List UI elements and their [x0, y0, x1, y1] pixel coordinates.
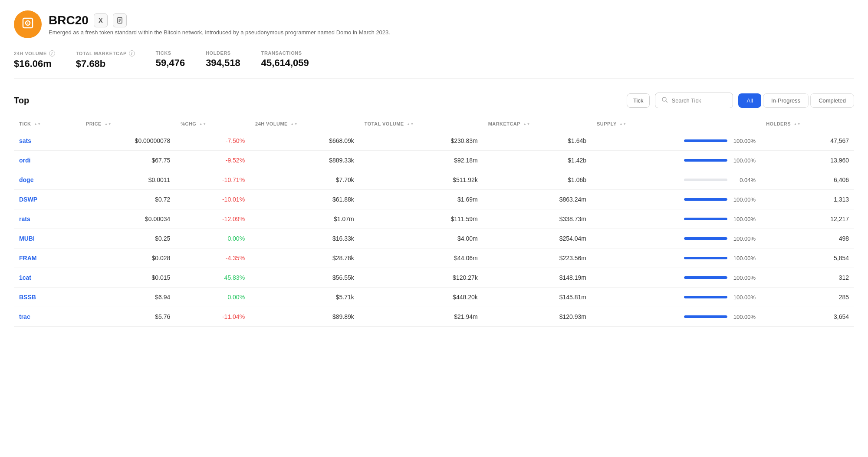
th-total-vol[interactable]: TOTAL VOLUME ▲▼	[359, 117, 483, 131]
chg-cell: -10.01%	[175, 190, 250, 209]
chg-cell: -10.71%	[175, 170, 250, 190]
stat-value: 59,476	[156, 57, 185, 69]
supply-cell: 100.00%	[592, 307, 761, 327]
vol24-cell: $889.33k	[250, 151, 359, 170]
search-box[interactable]	[655, 93, 733, 108]
stat-label: TRANSACTIONS	[261, 50, 309, 56]
supply-bar-wrap: 100.00%	[597, 294, 756, 301]
supply-pct: 100.00%	[732, 275, 756, 281]
total-vol-cell: $230.83m	[359, 131, 483, 151]
vol24-cell: $61.88k	[250, 190, 359, 209]
mcap-cell: $1.64b	[483, 131, 592, 151]
twitter-button[interactable]	[94, 13, 108, 27]
total-vol-cell: $4.00m	[359, 229, 483, 248]
vol24-cell: $16.33k	[250, 229, 359, 248]
supply-bar-wrap: 100.00%	[597, 275, 756, 281]
supply-cell: 100.00%	[592, 190, 761, 209]
info-icon: i	[49, 50, 55, 56]
tick-link[interactable]: trac	[19, 313, 30, 320]
th-chg[interactable]: %CHG ▲▼	[175, 117, 250, 131]
tick-link[interactable]: doge	[19, 176, 33, 183]
supply-bar-fill	[684, 296, 727, 298]
tick-cell[interactable]: DSWP	[14, 190, 81, 209]
supply-bar-bg	[684, 315, 727, 318]
info-icon: i	[129, 50, 135, 56]
tick-link[interactable]: FRAM	[19, 255, 36, 262]
vol24-cell: $1.07m	[250, 209, 359, 229]
supply-cell: 100.00%	[592, 229, 761, 248]
holders-cell: 5,854	[761, 248, 854, 268]
supply-bar-bg	[684, 139, 727, 142]
tick-cell[interactable]: FRAM	[14, 248, 81, 268]
tick-link[interactable]: 1cat	[19, 274, 31, 281]
filter-tab[interactable]: Completed	[810, 93, 854, 108]
chg-cell: 0.00%	[175, 288, 250, 307]
supply-pct: 100.00%	[732, 157, 756, 164]
th-marketcap[interactable]: MARKETCAP ▲▼	[483, 117, 592, 131]
tick-link[interactable]: sats	[19, 137, 31, 144]
supply-bar-fill	[684, 237, 727, 240]
table-row: 1cat $0.015 45.83% $56.55k $120.27k $148…	[14, 268, 854, 288]
header-title-row: BRC20	[49, 13, 854, 27]
tick-link[interactable]: rats	[19, 215, 30, 222]
supply-cell: 0.04%	[592, 170, 761, 190]
chg-cell: -11.04%	[175, 307, 250, 327]
chg-cell: 0.00%	[175, 229, 250, 248]
mcap-cell: $254.04m	[483, 229, 592, 248]
th-holders[interactable]: HOLDERS ▲▼	[761, 117, 854, 131]
tick-cell[interactable]: MUBI	[14, 229, 81, 248]
vol24-cell: $28.78k	[250, 248, 359, 268]
mcap-cell: $148.19m	[483, 268, 592, 288]
tick-link[interactable]: ordi	[19, 157, 30, 164]
table-row: BSSB $6.94 0.00% $5.71k $448.20k $145.81…	[14, 288, 854, 307]
holders-cell: 12,217	[761, 209, 854, 229]
supply-bar-fill	[684, 139, 727, 142]
tick-cell[interactable]: 1cat	[14, 268, 81, 288]
tick-cell[interactable]: rats	[14, 209, 81, 229]
page-wrapper: BRC20 Emerged as a fresh token standard …	[0, 0, 868, 337]
filter-tab[interactable]: In-Progress	[763, 93, 809, 108]
supply-bar-bg	[684, 276, 727, 279]
supply-bar-wrap: 100.00%	[597, 196, 756, 203]
holders-cell: 285	[761, 288, 854, 307]
table-row: ordi $67.75 -9.52% $889.33k $92.18m $1.4…	[14, 151, 854, 170]
tick-link[interactable]: MUBI	[19, 235, 35, 242]
holders-cell: 47,567	[761, 131, 854, 151]
stat-value: 394,518	[206, 57, 240, 69]
supply-pct: 0.04%	[732, 177, 756, 183]
th-supply[interactable]: SUPPLY ▲▼	[592, 117, 761, 131]
th-price[interactable]: PRICE ▲▼	[81, 117, 175, 131]
vol24-cell: $5.71k	[250, 288, 359, 307]
stat-item: TOTAL MARKETCAP i $7.68b	[76, 50, 135, 70]
stat-value: 45,614,059	[261, 57, 309, 69]
total-vol-cell: $111.59m	[359, 209, 483, 229]
table-row: rats $0.00034 -12.09% $1.07m $111.59m $3…	[14, 209, 854, 229]
th-vol24[interactable]: 24H VOLUME ▲▼	[250, 117, 359, 131]
search-input[interactable]	[671, 97, 723, 104]
filter-tab[interactable]: All	[738, 93, 761, 108]
tick-cell[interactable]: ordi	[14, 151, 81, 170]
chg-cell: -9.52%	[175, 151, 250, 170]
table-row: sats $0.00000078 -7.50% $668.09k $230.83…	[14, 131, 854, 151]
tick-cell[interactable]: sats	[14, 131, 81, 151]
table-row: DSWP $0.72 -10.01% $61.88k $1.69m $863.2…	[14, 190, 854, 209]
total-vol-cell: $92.18m	[359, 151, 483, 170]
stat-label: TICKS	[156, 50, 185, 56]
supply-bar-wrap: 100.00%	[597, 235, 756, 242]
tick-cell[interactable]: doge	[14, 170, 81, 190]
tick-cell[interactable]: trac	[14, 307, 81, 327]
supply-bar-bg	[684, 179, 727, 181]
top-header: Top Tick AllIn-ProgressCompleted	[14, 93, 854, 108]
tick-link[interactable]: DSWP	[19, 196, 37, 203]
supply-pct: 100.00%	[732, 314, 756, 320]
tick-link[interactable]: BSSB	[19, 294, 36, 301]
supply-bar-wrap: 100.00%	[597, 138, 756, 144]
logo-icon	[20, 15, 36, 34]
docs-button[interactable]	[113, 13, 127, 27]
supply-bar-wrap: 100.00%	[597, 216, 756, 222]
supply-cell: 100.00%	[592, 248, 761, 268]
tick-cell[interactable]: BSSB	[14, 288, 81, 307]
chg-cell: 45.83%	[175, 268, 250, 288]
th-tick[interactable]: TICK ▲▼	[14, 117, 81, 131]
supply-pct: 100.00%	[732, 294, 756, 301]
